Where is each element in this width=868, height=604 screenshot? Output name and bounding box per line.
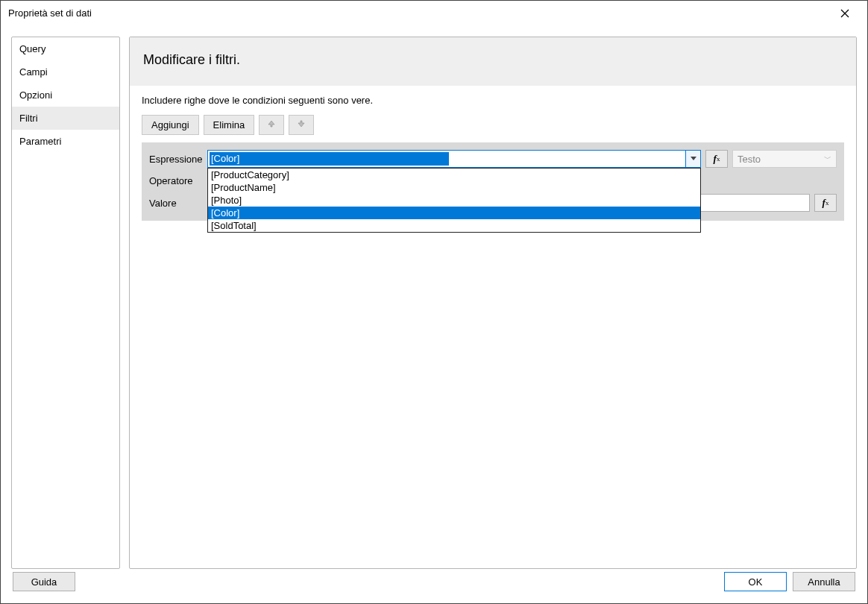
value-label: Valore <box>149 198 207 209</box>
ok-button[interactable]: OK <box>724 572 787 591</box>
dropdown-option[interactable]: [Color] <box>208 207 700 219</box>
sidebar-item-filtri[interactable]: Filtri <box>12 107 119 130</box>
dropdown-option[interactable]: [ProductCategory] <box>208 169 700 181</box>
add-button[interactable]: Aggiungi <box>142 115 199 135</box>
dialog-window: Proprietà set di dati Query Campi Opzion… <box>0 0 868 604</box>
expression-dropdown-list: [ProductCategory] [ProductName] [Photo] … <box>207 168 701 233</box>
operator-label: Operatore <box>149 175 207 186</box>
expression-row: Espressione [Color] [ProductCategory] [P… <box>149 150 837 168</box>
expression-value: [Color] <box>210 152 449 166</box>
sidebar: Query Campi Opzioni Filtri Parametri <box>11 37 120 569</box>
expression-combo[interactable]: [Color] [ProductCategory] [ProductName] … <box>207 150 701 168</box>
dialog-footer: Guida OK Annulla <box>1 564 867 603</box>
page-title: Modificare i filtri. <box>130 37 856 86</box>
cancel-button[interactable]: Annulla <box>793 572 855 591</box>
dialog-body: Query Campi Opzioni Filtri Parametri Mod… <box>1 26 867 564</box>
arrow-up-icon <box>267 119 276 128</box>
delete-button[interactable]: Elimina <box>204 115 255 135</box>
move-up-button[interactable] <box>259 115 284 135</box>
chevron-down-icon: ﹀ <box>824 154 831 164</box>
sidebar-item-opzioni[interactable]: Opzioni <box>12 84 119 107</box>
sidebar-item-campi[interactable]: Campi <box>12 60 119 84</box>
filter-panel: Espressione [Color] [ProductCategory] [P… <box>142 142 844 221</box>
type-combo[interactable]: Testo ﹀ <box>732 150 837 168</box>
titlebar: Proprietà set di dati <box>1 1 867 26</box>
type-value: Testo <box>738 154 761 165</box>
main-panel: Modificare i filtri. Includere righe dov… <box>129 37 857 569</box>
help-button[interactable]: Guida <box>13 572 75 591</box>
toolbar: Aggiungi Elimina <box>142 115 844 135</box>
dropdown-option[interactable]: [Photo] <box>208 194 700 207</box>
arrow-down-icon <box>297 119 306 128</box>
close-button[interactable] <box>830 2 860 25</box>
close-icon <box>840 9 849 18</box>
expression-fx-button[interactable]: fx <box>705 150 728 168</box>
chevron-down-icon <box>691 157 696 161</box>
expression-dropdown-button[interactable] <box>685 151 700 167</box>
window-controls <box>830 2 860 25</box>
move-down-button[interactable] <box>289 115 314 135</box>
sidebar-item-query[interactable]: Query <box>12 37 119 60</box>
dialog-title: Proprietà set di dati <box>8 7 92 19</box>
dropdown-option[interactable]: [SoldTotal] <box>208 219 700 232</box>
main-content: Includere righe dove le condizioni segue… <box>130 86 856 568</box>
sidebar-item-parametri[interactable]: Parametri <box>12 130 119 153</box>
dropdown-option[interactable]: [ProductName] <box>208 181 700 194</box>
instruction-text: Includere righe dove le condizioni segue… <box>142 95 844 106</box>
expression-label: Espressione <box>149 154 207 165</box>
value-fx-button[interactable]: fx <box>814 194 837 212</box>
